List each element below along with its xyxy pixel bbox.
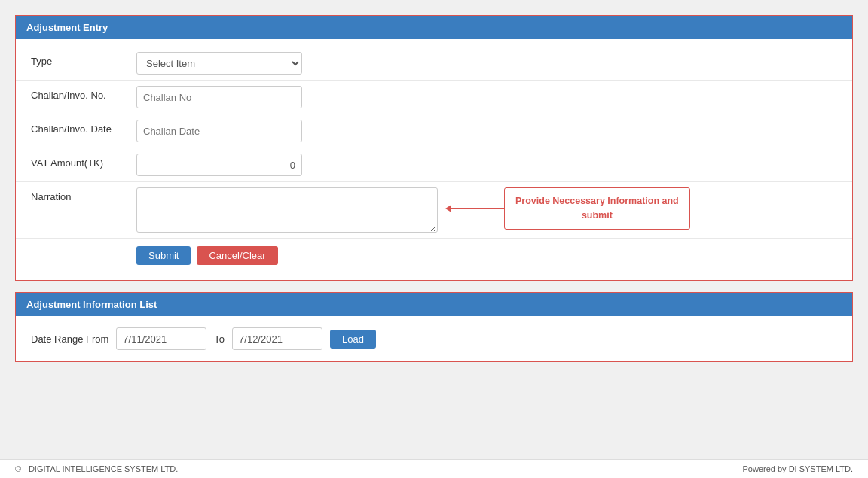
date-range-from-label: Date Range From (31, 333, 108, 345)
vat-row: VAT Amount(TK) (16, 148, 852, 182)
to-label: To (214, 333, 225, 345)
type-select[interactable]: Select Item (136, 52, 302, 75)
narration-label: Narration (31, 187, 136, 202)
arrow-shaft (451, 208, 504, 209)
vat-label: VAT Amount(TK) (31, 154, 136, 169)
buttons-row: Submit Cancel/Clear (16, 239, 852, 272)
narration-textarea[interactable] (136, 187, 438, 233)
narration-row: Narration Provide Neccessary Information… (16, 182, 852, 239)
adjustment-info-panel: Adjustment Information List Date Range F… (15, 292, 853, 362)
date-to-input[interactable] (232, 327, 322, 350)
type-label: Type (31, 52, 136, 67)
adjustment-info-body: Date Range From To Load (16, 316, 852, 361)
load-button[interactable]: Load (330, 330, 376, 349)
challan-date-label: Challan/Invo. Date (31, 120, 136, 135)
challan-date-input[interactable] (136, 120, 302, 142)
cancel-clear-button[interactable]: Cancel/Clear (197, 246, 277, 265)
type-row: Type Select Item (16, 47, 852, 81)
tooltip-arrow-wrapper: Provide Neccessary Information and submi… (445, 187, 690, 230)
narration-section: Provide Neccessary Information and submi… (136, 187, 690, 233)
copyright-text: © - DIGITAL INTELLIGENCE SYSTEM LTD. (15, 464, 178, 473)
arrow-head-icon (445, 205, 451, 212)
challan-no-row: Challan/Invo. No. (16, 81, 852, 114)
challan-no-input[interactable] (136, 86, 302, 108)
adjustment-info-title: Adjustment Information List (26, 299, 157, 310)
challan-date-row: Challan/Invo. Date (16, 114, 852, 148)
adjustment-entry-body: Type Select Item Challan/Invo. No. Chall… (16, 39, 852, 280)
challan-no-label: Challan/Invo. No. (31, 86, 136, 101)
tooltip-line1: Provide Neccessary Information and (515, 196, 679, 206)
red-arrow (445, 205, 504, 212)
tooltip-line2: submit (582, 210, 613, 221)
adjustment-entry-header: Adjustment Entry (16, 16, 852, 39)
powered-by-text: Powered by DI SYSTEM LTD. (742, 464, 853, 473)
adjustment-entry-panel: Adjustment Entry Type Select Item Challa… (15, 15, 853, 281)
tooltip-box: Provide Neccessary Information and submi… (504, 187, 690, 230)
date-from-input[interactable] (116, 327, 206, 350)
submit-button[interactable]: Submit (136, 246, 191, 265)
adjustment-info-header: Adjustment Information List (16, 293, 852, 316)
adjustment-entry-title: Adjustment Entry (26, 22, 108, 33)
vat-input[interactable] (136, 154, 302, 176)
footer: © - DIGITAL INTELLIGENCE SYSTEM LTD. Pow… (0, 459, 868, 478)
